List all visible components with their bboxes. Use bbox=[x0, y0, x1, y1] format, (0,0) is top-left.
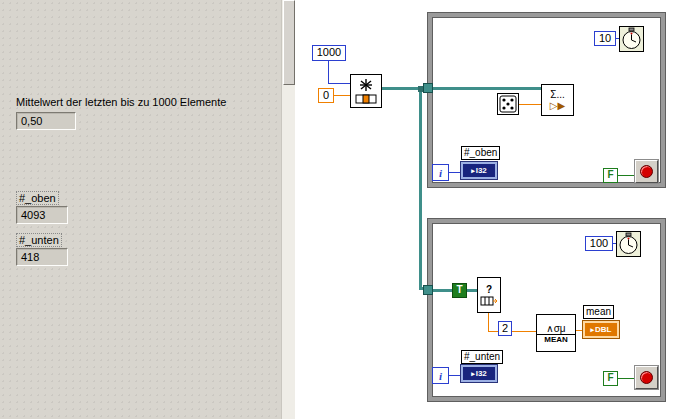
wire-select-down bbox=[488, 313, 489, 332]
wire-1000-down bbox=[328, 60, 329, 83]
wire-f-stop-bottom bbox=[618, 378, 635, 379]
mean-text: MEAN bbox=[544, 335, 568, 344]
obtain-queue-icon[interactable] bbox=[350, 74, 382, 108]
const-false-bottom[interactable]: F bbox=[603, 371, 618, 386]
mean-symbols: ∧σμ bbox=[537, 323, 575, 335]
wire-iter-i32-top bbox=[449, 172, 461, 173]
oben-label: #_oben bbox=[16, 191, 59, 205]
i32-text: I32 bbox=[476, 166, 487, 175]
wait-ms-icon-top[interactable] bbox=[619, 26, 644, 52]
const-false-top[interactable]: F bbox=[603, 168, 618, 183]
wire-zero bbox=[334, 95, 350, 96]
stop-led-icon bbox=[640, 371, 653, 384]
wire-mean-dbl bbox=[576, 330, 583, 331]
const-wait-100[interactable]: 100 bbox=[585, 236, 613, 251]
terminal-arrow-icon: ▸ bbox=[471, 167, 475, 175]
loop-iteration-terminal-bottom[interactable]: i bbox=[432, 367, 449, 384]
vertical-scrollbar[interactable] bbox=[281, 0, 295, 419]
dbl-terminal[interactable]: ▸ DBL bbox=[583, 321, 619, 338]
front-panel: Mittelwert der letzten bis zu 1000 Eleme… bbox=[0, 0, 281, 419]
stop-led-icon bbox=[640, 165, 653, 178]
labview-window: Mittelwert der letzten bis zu 1000 Eleme… bbox=[0, 0, 694, 419]
terminal-arrow-icon: ▸ bbox=[591, 326, 595, 334]
dequeue-select-icon[interactable]: ? bbox=[477, 277, 501, 313]
terminal-arrow-icon: ▸ bbox=[471, 370, 475, 378]
mean-value-field[interactable]: 0,50 bbox=[16, 112, 76, 130]
i32-terminal-bottom[interactable]: ▸ I32 bbox=[461, 365, 497, 382]
const-wait-10[interactable]: 10 bbox=[594, 31, 616, 46]
enqueue-sum-icon[interactable]: Σ... ▷▶ bbox=[541, 84, 574, 116]
mean-caption: Mittelwert der letzten bis zu 1000 Eleme… bbox=[16, 96, 226, 108]
mean-vi-icon[interactable]: ∧σμ MEAN bbox=[536, 314, 576, 352]
queue-glyph bbox=[352, 76, 380, 106]
const-true[interactable]: T bbox=[452, 283, 467, 298]
wire-iter-i32-bottom bbox=[449, 375, 461, 376]
array-out-glyph bbox=[480, 295, 498, 307]
question-glyph: ? bbox=[486, 284, 492, 295]
unten-terminal-label: #_unten bbox=[461, 350, 503, 364]
scrollbar-thumb[interactable] bbox=[283, 0, 295, 85]
wire-queue-vertical bbox=[419, 88, 422, 289]
sum-glyph: Σ... bbox=[550, 89, 565, 100]
oben-terminal-label: #_oben bbox=[461, 146, 500, 160]
wire-top-loop-in bbox=[433, 87, 543, 90]
const-1000[interactable]: 1000 bbox=[312, 45, 346, 61]
tunnel-bottom-loop[interactable] bbox=[423, 285, 433, 295]
unten-value-field[interactable]: 418 bbox=[16, 248, 68, 266]
tunnel-top-loop[interactable] bbox=[423, 83, 433, 93]
stop-button-top[interactable] bbox=[635, 160, 658, 183]
wait-ms-icon-bottom[interactable] bbox=[616, 231, 641, 257]
unten-label: #_unten bbox=[16, 233, 62, 247]
stop-button-bottom[interactable] bbox=[635, 366, 658, 389]
dbl-text: DBL bbox=[595, 325, 611, 334]
wire-f-stop-top bbox=[618, 175, 635, 176]
const-0[interactable]: 0 bbox=[318, 88, 334, 103]
i32-terminal-top[interactable]: ▸ I32 bbox=[461, 162, 497, 179]
loop-iteration-terminal-top[interactable]: i bbox=[432, 164, 449, 181]
oben-value-field[interactable]: 4093 bbox=[16, 206, 68, 224]
append-glyph: ▷▶ bbox=[550, 100, 565, 111]
wire-select-mean bbox=[488, 331, 537, 332]
wire-1000-right bbox=[328, 83, 350, 84]
i32-text: I32 bbox=[476, 369, 487, 378]
wire-dice-sum bbox=[519, 104, 541, 105]
random-number-icon[interactable] bbox=[497, 93, 519, 115]
const-2[interactable]: 2 bbox=[498, 321, 512, 336]
mean-terminal-label: mean bbox=[583, 305, 614, 319]
